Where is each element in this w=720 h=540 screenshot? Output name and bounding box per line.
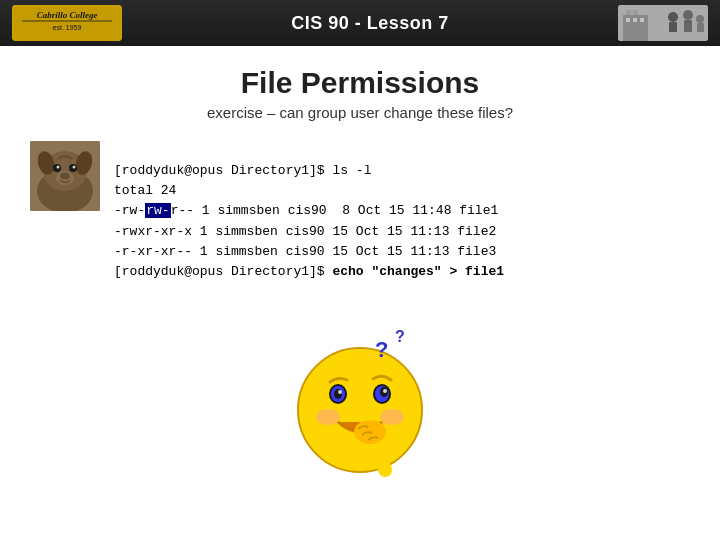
svg-point-34 xyxy=(338,390,342,394)
thinking-smiley-svg: ? ? xyxy=(280,322,440,482)
svg-point-28 xyxy=(56,171,74,185)
svg-text:?: ? xyxy=(395,328,405,345)
terminal-line-2: total 24 xyxy=(114,183,176,198)
content-area: [roddyduk@opus Directory1]$ ls -l total … xyxy=(30,141,690,302)
page-subtitle: exercise – can group user change these f… xyxy=(30,104,690,121)
logo-svg: Cabrillo College est. 1959 xyxy=(12,5,122,41)
svg-rect-11 xyxy=(640,18,644,22)
header-title: CIS 90 - Lesson 7 xyxy=(122,13,618,34)
terminal-line-4: -rwxr-xr-x 1 simmsben cis90 15 Oct 15 11… xyxy=(114,224,496,239)
svg-point-14 xyxy=(683,10,693,20)
page-title: File Permissions xyxy=(30,66,690,100)
dog-svg xyxy=(30,141,100,211)
svg-point-40 xyxy=(380,409,404,425)
svg-rect-10 xyxy=(633,18,637,22)
svg-point-38 xyxy=(383,389,387,393)
main-content: File Permissions exercise – can group us… xyxy=(0,46,720,492)
svg-point-16 xyxy=(696,15,704,23)
terminal-output: [roddyduk@opus Directory1]$ ls -l total … xyxy=(114,141,504,302)
svg-rect-17 xyxy=(697,23,704,32)
svg-point-12 xyxy=(668,12,678,22)
svg-rect-15 xyxy=(684,20,692,32)
terminal-line-3: -rw-rw-r-- 1 simmsben cis90 8 Oct 15 11:… xyxy=(114,203,498,218)
svg-rect-9 xyxy=(626,18,630,22)
svg-point-26 xyxy=(73,166,76,169)
terminal-line-1: [roddyduk@opus Directory1]$ ls -l xyxy=(114,163,371,178)
decoration-svg xyxy=(618,5,708,41)
emoji-area: ? ? xyxy=(30,322,690,482)
svg-point-39 xyxy=(316,409,340,425)
header-right-decoration xyxy=(618,5,708,41)
svg-rect-13 xyxy=(669,22,677,32)
college-logo: Cabrillo College est. 1959 xyxy=(12,5,122,41)
svg-rect-8 xyxy=(633,10,638,15)
svg-text:est. 1959: est. 1959 xyxy=(53,24,82,31)
svg-rect-7 xyxy=(626,10,631,15)
terminal-line-6: [roddyduk@opus Directory1]$ echo "change… xyxy=(114,264,504,279)
svg-point-25 xyxy=(57,166,60,169)
svg-text:?: ? xyxy=(375,337,388,362)
header-bar: Cabrillo College est. 1959 CIS 90 - Less… xyxy=(0,0,720,46)
svg-text:Cabrillo College: Cabrillo College xyxy=(37,10,98,20)
dog-image xyxy=(30,141,100,211)
terminal-line-5: -r-xr-xr-- 1 simmsben cis90 15 Oct 15 11… xyxy=(114,244,496,259)
